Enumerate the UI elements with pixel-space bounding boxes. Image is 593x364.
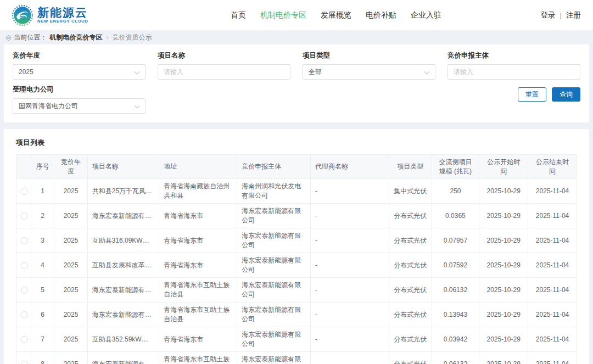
table-cell: 分布式光伏 <box>389 228 432 253</box>
table-cell: 互助县316.09KW户用分布式... <box>87 228 159 253</box>
table-cell: 0.03942 <box>432 327 479 352</box>
table-cell: 2025-11-04 <box>528 253 577 278</box>
table-row: 22025海东宏泰新能源有限公司庭院...青海省海东市海东宏泰新能源有限公司-分… <box>16 204 577 228</box>
table-cell: 2025-11-04 <box>528 352 577 364</box>
table-cell: 2025-10-29 <box>479 228 528 253</box>
table-cell: - <box>310 204 389 228</box>
breadcrumb-separator-icon: › <box>106 33 108 41</box>
table-cell: - <box>310 352 389 364</box>
table-cell: 海东宏泰新能源有限公司 <box>237 204 311 228</box>
logo-icon <box>12 5 33 26</box>
table-cell: 0.07957 <box>432 228 479 253</box>
table-cell: 青海省海东市 <box>159 253 237 278</box>
table-cell: 分布式光伏 <box>389 204 432 228</box>
table-cell: 2025 <box>54 179 87 204</box>
table-cell: 分布式光伏 <box>389 278 432 303</box>
column-header: 竞价年度 <box>54 155 87 179</box>
nav-item-1[interactable]: 机制电价专区 <box>260 10 306 20</box>
column-header: 项目类型 <box>389 155 432 179</box>
table-cell: - <box>310 179 389 204</box>
row-radio[interactable] <box>21 212 28 220</box>
row-radio[interactable] <box>21 287 28 294</box>
auth-divider: | <box>560 11 562 19</box>
breadcrumb-section[interactable]: 机制电价竞价专区 <box>49 33 102 42</box>
table-cell: 分布式光伏 <box>389 327 432 352</box>
table-header-row: 序号竞价年度项目名称地址竞价申报主体代理商名称项目类型交流侧项目规模 (兆瓦)公… <box>16 155 577 179</box>
search-button[interactable]: 查询 <box>552 87 580 102</box>
column-header: 代理商名称 <box>310 155 389 179</box>
table-cell: 2025 <box>54 228 87 253</box>
filter-project-name: 项目名称 请输入 <box>158 51 290 80</box>
filter-label: 竞价申报主体 <box>447 51 580 60</box>
bidding-entity-input[interactable]: 请输入 <box>447 64 580 80</box>
table-cell: 2025 <box>54 278 87 303</box>
nav-item-0[interactable]: 首页 <box>231 10 246 20</box>
table-cell: 0.06132 <box>432 352 479 364</box>
table-cell: - <box>310 278 389 303</box>
logo-text: 新能源云 NEW ENERGY CLOUD <box>37 7 88 24</box>
bidding-year-select[interactable]: 2025 <box>13 64 146 80</box>
table-cell: 2025-10-29 <box>479 352 528 364</box>
filter-power-company: 受理电力公司 国网青海省电力公司 <box>13 85 146 114</box>
row-radio[interactable] <box>21 262 28 269</box>
logo[interactable]: 新能源云 NEW ENERGY CLOUD <box>12 5 88 26</box>
table-cell: 青海省海东市互助土族自治县 <box>159 352 237 364</box>
breadcrumb-current-page: 竞价资质公示 <box>112 33 152 42</box>
row-radio[interactable] <box>21 361 28 364</box>
table-cell: 2025-11-04 <box>528 303 577 327</box>
table-cell: 海东宏泰新能源有限公司 <box>237 303 311 327</box>
table-cell: 250 <box>432 179 479 204</box>
location-icon: ◎ <box>5 33 11 41</box>
table-cell: 8 <box>31 352 54 364</box>
login-link[interactable]: 登录 <box>540 10 555 20</box>
column-header: 公示开始时间 <box>479 155 528 179</box>
table-cell: 2 <box>31 204 54 228</box>
table-cell: 海东宏泰新能源有限公司 <box>237 278 311 303</box>
row-select-cell <box>16 179 31 204</box>
filter-label: 受理电力公司 <box>13 85 146 94</box>
table-cell: 集中式光伏 <box>389 179 432 204</box>
column-header: 项目名称 <box>87 155 159 179</box>
row-radio[interactable] <box>21 336 28 343</box>
table-cell: 0.06132 <box>432 278 479 303</box>
register-link[interactable]: 注册 <box>566 10 581 20</box>
column-header: 地址 <box>159 155 237 179</box>
filter-label: 竞价年度 <box>13 51 146 60</box>
row-radio[interactable] <box>21 311 28 318</box>
filter-bidding-entity: 竞价申报主体 请输入 <box>447 51 580 80</box>
power-company-select[interactable]: 国网青海省电力公司 <box>13 98 146 114</box>
table-cell: 2025 <box>54 327 87 352</box>
chevron-down-icon <box>135 103 140 109</box>
nav-item-4[interactable]: 企业入驻 <box>411 10 441 20</box>
table-cell: 2025-11-04 <box>528 278 577 303</box>
nav-item-3[interactable]: 电价补贴 <box>366 10 396 20</box>
row-radio[interactable] <box>21 237 28 244</box>
table-cell: 海南州润和光伏发电有限公司 <box>237 179 311 204</box>
table-cell: 共和县25万千瓦风光基地源网... <box>87 179 159 204</box>
chevron-down-icon <box>135 69 140 75</box>
nav-item-2[interactable]: 发展概览 <box>321 10 351 20</box>
column-header: 竞价申报主体 <box>237 155 311 179</box>
filter-actions: 重置 查询 <box>447 87 580 114</box>
table-cell: 2025-10-29 <box>479 204 528 228</box>
row-select-cell <box>16 228 31 253</box>
table-cell: 2025-10-29 <box>479 253 528 278</box>
reset-button[interactable]: 重置 <box>518 87 546 102</box>
filter-bidding-year: 竞价年度 2025 <box>13 51 146 80</box>
auth-links: 登录 | 注册 <box>540 10 581 20</box>
select-value: 国网青海省电力公司 <box>19 102 78 111</box>
table-cell: 青海省海东市互助土族自治县 <box>159 278 237 303</box>
row-select-cell <box>16 204 31 228</box>
row-radio[interactable] <box>21 188 28 195</box>
project-name-input[interactable]: 请输入 <box>158 64 290 80</box>
table-cell: 4 <box>31 253 54 278</box>
logo-title: 新能源云 <box>37 7 88 19</box>
table-cell: - <box>310 303 389 327</box>
logo-subtitle: NEW ENERGY CLOUD <box>37 19 88 24</box>
column-header: 序号 <box>31 155 54 179</box>
table-cell: 海东宏泰新能源有限公司 <box>237 253 311 278</box>
project-type-select[interactable]: 全部 <box>303 64 435 80</box>
table-cell: 2025-11-04 <box>528 228 577 253</box>
table-cell: 0.07592 <box>432 253 479 278</box>
filter-project-type: 项目类型 全部 <box>303 51 435 80</box>
